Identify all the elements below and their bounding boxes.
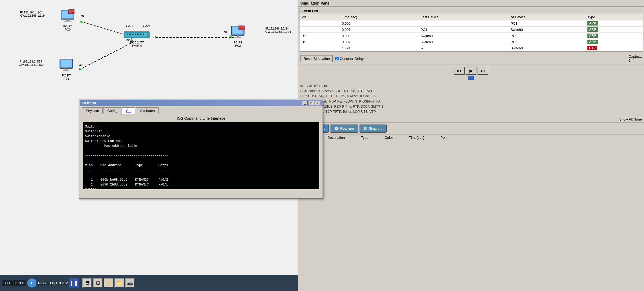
- header-peri: Peri: [441, 136, 447, 140]
- capture-label: Captur... 1.: [629, 54, 642, 63]
- event-time-3: 0.002: [340, 39, 419, 45]
- event-last-2: Switch0: [418, 33, 508, 39]
- time-display: 00:10:56.708: [2, 280, 26, 286]
- toolbar-lightning-icon[interactable]: ⚡: [104, 278, 113, 288]
- col-at-device: At Device: [508, 14, 585, 20]
- maximize-button[interactable]: □: [309, 101, 314, 105]
- pc1-label: PC-PT PC1: [62, 74, 71, 80]
- type-badge-2: ARP: [587, 34, 597, 38]
- event-vis-4: [299, 45, 340, 51]
- constant-delay-checkbox[interactable]: [335, 57, 339, 60]
- play-controls-label: PLAY CONTROLS:: [38, 281, 68, 285]
- event-type-3: ARP: [585, 39, 643, 45]
- svg-rect-22: [127, 34, 128, 35]
- pc0-port: Fa0: [79, 14, 84, 17]
- col-type: Type: [585, 14, 643, 20]
- svg-rect-25: [135, 34, 136, 35]
- header-color: Color: [384, 136, 393, 140]
- bottom-toolbar: 00:10:56.708 ⏵ PLAY CONTROLS: ❙❚ 🖥 ⊞ ⚡ 📁…: [0, 275, 298, 291]
- type-badge-1: ARP: [587, 27, 597, 32]
- pc0-ip: IP:192.168.1.2/24 GW:192.168.1.1/24: [20, 11, 46, 17]
- window-title: Switch0: [82, 101, 96, 105]
- event-vis-0: [299, 20, 340, 27]
- skip-forward-button[interactable]: ⏭: [478, 67, 488, 75]
- play-button[interactable]: ▶: [466, 67, 476, 75]
- playback-slider[interactable]: [468, 76, 474, 80]
- event-type-1: ARP: [585, 27, 643, 33]
- tab-realtime[interactable]: 🕐 Realtime: [330, 124, 358, 133]
- device-pc0[interactable]: IP:192.168.1.2/24 GW:192.168.1.1/24 PC-P…: [59, 9, 76, 31]
- pc2-icon: [229, 26, 247, 40]
- window-tab-bar: Physical Config CLI Attributes: [80, 106, 323, 114]
- playback-section: ⏮ ▶ ⏭: [298, 64, 644, 82]
- event-list-section: Event List Vis. Time(sec) Last Device At…: [299, 8, 643, 52]
- controls-bar: Reset Simulation Constant Delay Captur..…: [298, 53, 644, 64]
- event-type-2: ARP: [585, 33, 643, 39]
- pc0-label: PC-PT PC0: [63, 25, 72, 31]
- type-badge-0: ARP: [587, 21, 597, 26]
- svg-rect-32: [235, 37, 241, 38]
- svg-rect-31: [237, 35, 239, 38]
- pc1-port: Fa0: [77, 63, 83, 67]
- tab-cli[interactable]: CLI: [122, 107, 135, 114]
- eye-icon[interactable]: 👁: [302, 34, 305, 38]
- visible-events-text: rs – Visible Events P, Bluetooth, CAPWAP…: [298, 82, 644, 116]
- type-badge-4: DTP: [587, 46, 597, 50]
- switch-fa01: Fa0/1: [125, 25, 133, 28]
- minimize-button[interactable]: _: [302, 101, 308, 105]
- event-type-4: DTP: [585, 45, 643, 51]
- svg-rect-28: [143, 34, 144, 35]
- event-row-3[interactable]: 👁0.002Switch0PC2ARP: [299, 39, 643, 45]
- device-switch0[interactable]: 2960-24TT Switch0 Fa0/1 Fa0/2 Fa0/3: [123, 30, 150, 47]
- toolbar-monitor-icon[interactable]: 🖥: [82, 278, 92, 288]
- header-type: Type: [361, 136, 368, 140]
- event-row-0[interactable]: 0.000--PC1ARP: [299, 20, 643, 27]
- event-time-2: 0.002: [340, 33, 419, 39]
- playback-buttons: ⏮ ▶ ⏭: [454, 67, 488, 75]
- play-pause-button[interactable]: ⏵: [27, 278, 36, 288]
- pc1-icon: [58, 59, 75, 73]
- event-last-4: --: [418, 45, 508, 51]
- event-row-1[interactable]: 0.001PC1Switch0ARP: [299, 27, 643, 33]
- toolbar-grid-icon[interactable]: ⊞: [93, 278, 103, 288]
- event-time-1: 0.001: [340, 27, 419, 33]
- event-vis-2: 👁: [299, 33, 340, 39]
- svg-rect-24: [132, 34, 134, 35]
- col-time: Time(sec): [340, 14, 419, 20]
- event-type-0: ARP: [585, 20, 643, 27]
- reset-simulation-button[interactable]: Reset Simulation: [300, 55, 333, 62]
- event-table: Vis. Time(sec) Last Device At Device Typ…: [299, 14, 643, 51]
- toolbar-camera-icon[interactable]: 📷: [125, 278, 135, 288]
- cli-terminal[interactable]: Switch> Switch>en Switch>enable Switch#s…: [83, 122, 319, 189]
- show-all-none-link[interactable]: Show All/None: [619, 117, 642, 121]
- tab-physical[interactable]: Physical: [82, 107, 103, 114]
- fast-forward-button[interactable]: ❙❚: [69, 278, 79, 288]
- sim-panel-header: Simulation Panel: [298, 0, 644, 7]
- close-button[interactable]: ×: [315, 101, 320, 105]
- device-pc1[interactable]: IP:192.168.1.3/24 GW:192.168.1.1/24 PC-P…: [58, 59, 75, 80]
- constant-delay-label: Constant Delay: [335, 57, 364, 61]
- switch0-label: 2960-24TT Switch0: [129, 41, 144, 47]
- tab-attributes[interactable]: Attributes: [136, 107, 159, 114]
- event-last-0: --: [418, 20, 508, 27]
- event-time-0: 0.000: [340, 20, 419, 27]
- event-row-4[interactable]: 1.321--Switch0DTP: [299, 45, 643, 51]
- event-at-0: PC1: [508, 20, 585, 27]
- toolbar-folder-icon[interactable]: 📁: [114, 278, 124, 288]
- svg-rect-19: [63, 70, 69, 71]
- eye-icon[interactable]: 👁: [302, 40, 305, 44]
- event-time-4: 1.321: [340, 45, 419, 51]
- device-pc2[interactable]: IP:192.168.2.2/24 GW:192.168.2.1/24 PC-P…: [229, 26, 247, 47]
- event-list-header: Event List: [299, 8, 643, 14]
- event-at-4: Switch0: [508, 45, 585, 51]
- event-row-2[interactable]: 👁0.002Switch0PC0ARP: [299, 33, 643, 39]
- event-at-3: PC2: [508, 39, 585, 45]
- event-vis-3: 👁: [299, 39, 340, 45]
- tab-config[interactable]: Config: [103, 107, 121, 114]
- svg-rect-26: [137, 34, 139, 35]
- col-vis: Vis.: [299, 14, 340, 20]
- rewind-button[interactable]: ⏮: [454, 67, 465, 75]
- svg-rect-18: [65, 68, 67, 71]
- tab-simulation[interactable]: 🖥 Simula...: [359, 124, 387, 133]
- bottom-tabs: ☰ Event List 🕐 Realtime 🖥 Simula...: [298, 123, 644, 134]
